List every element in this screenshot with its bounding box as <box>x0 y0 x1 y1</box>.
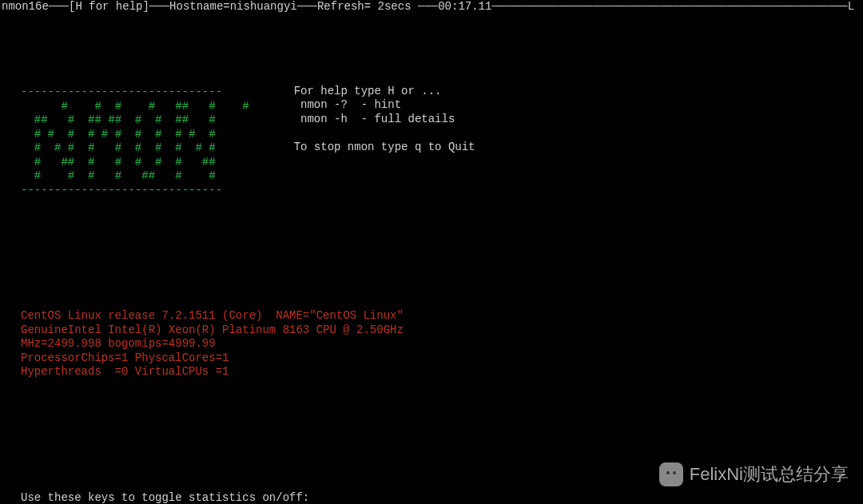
clock-value: 00:17.11 <box>438 0 491 13</box>
cpu-threads: Hyperthreads =0 VirtualCPUs =1 <box>21 365 229 378</box>
help-text: For help type H or ... nmon -? - hint nm… <box>249 72 475 198</box>
watermark: FelixNi测试总结分享 <box>659 462 849 486</box>
os-release: CentOS Linux release 7.2.1511 (Core) NAM… <box>21 309 404 322</box>
top-right-marker: L <box>848 0 854 13</box>
help-hint: [H for help] <box>69 0 149 13</box>
nmon-logo: ------------------------------ # # # # #… <box>21 72 249 198</box>
cpu-mhz: MHz=2499.998 bogomips=4999.99 <box>21 337 216 350</box>
help-line4: To stop nmon type q to Quit <box>294 141 475 153</box>
help-line3: nmon -h - full details <box>294 113 455 125</box>
blank-line <box>21 240 842 254</box>
cpu-model: GenuineIntel Intel(R) Xeon(R) Platinum 8… <box>21 323 404 336</box>
header-row: ------------------------------ # # # # #… <box>21 72 842 198</box>
help-line1: For help type H or ... <box>294 85 442 97</box>
status-bar: nmon16e───[H for help]───Hostname=nishua… <box>0 0 863 14</box>
system-info: CentOS Linux release 7.2.1511 (Core) NAM… <box>21 309 842 379</box>
refresh-label: Refresh= <box>317 0 371 13</box>
hostname-label: Hostname= <box>169 0 230 13</box>
help-line2: nmon -? - hint <box>294 98 401 111</box>
main-panel: ------------------------------ # # # # #… <box>0 14 863 505</box>
refresh-value: 2secs <box>371 0 411 13</box>
nmon-terminal: nmon16e───[H for help]───Hostname=nishua… <box>0 0 863 504</box>
hostname-value: nishuangyi <box>230 0 297 13</box>
key-help-header: Use these keys to toggle statistics on/o… <box>21 491 309 504</box>
blank-line <box>21 421 842 435</box>
wechat-icon <box>659 462 683 486</box>
watermark-text: FelixNi测试总结分享 <box>690 463 849 486</box>
cpu-chips: ProcessorChips=1 PhyscalCores=1 <box>21 351 229 364</box>
version-label: nmon16e <box>2 0 49 13</box>
key-help: Use these keys to toggle statistics on/o… <box>21 491 842 505</box>
